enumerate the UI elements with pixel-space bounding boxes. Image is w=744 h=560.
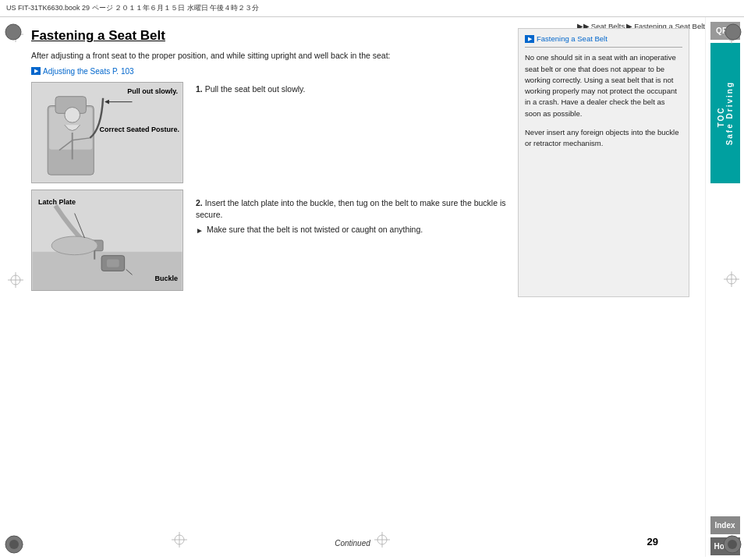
corner-circle-br: [723, 535, 742, 555]
steps-column: 1. Pull the seat belt out slowly. 2. Ins…: [196, 82, 510, 297]
safe-driving-label: Safe Driving: [725, 81, 734, 145]
toc-tab-label: TOC: [717, 89, 725, 145]
index-button[interactable]: Index: [710, 516, 740, 534]
step-2-note: ► Make sure that the belt is not twisted…: [196, 224, 510, 236]
svg-point-24: [51, 236, 97, 255]
info-para-2: Never insert any foreign objects into th…: [525, 127, 682, 150]
corner-circle-tl: [5, 23, 22, 42]
toc-section[interactable]: TOC Safe Driving: [710, 43, 740, 183]
info-title-text: Fastening a Seat Belt: [537, 34, 608, 44]
content-with-panel: Fastening a Seat Belt After adjusting a …: [31, 28, 689, 297]
header-text: US FIT-31TK6630.book 29 ページ ２０１１年６月１５日 水…: [6, 3, 259, 13]
info-icon: ▶: [525, 35, 534, 43]
svg-rect-21: [107, 259, 119, 267]
svg-point-13: [65, 107, 80, 122]
corner-circle-tr: [725, 23, 742, 42]
step-2-note-text: Make sure that the belt is not twisted o…: [207, 224, 423, 236]
step-1-num: 1.: [196, 84, 203, 94]
info-para-1: No one should sit in a seat with an inop…: [525, 52, 682, 119]
continued-text: Continued: [335, 539, 370, 548]
intro-text: After adjusting a front seat to the prop…: [31, 50, 510, 62]
content-area: Fastening a Seat Belt After adjusting a …: [0, 17, 705, 557]
image-column: Pull out slowly. Correct Seated Posture.: [31, 82, 183, 297]
pull-label: Pull out slowly.: [127, 87, 178, 95]
link-icon: ▶: [31, 67, 41, 75]
step-2-text: Insert the latch plate into the buckle, …: [196, 198, 506, 220]
step-1: 1. Pull the seat belt out slowly.: [196, 83, 510, 96]
step-2-num: 2.: [196, 198, 203, 207]
main-body: Fastening a Seat Belt After adjusting a …: [31, 28, 510, 297]
buckle-label: Buckle: [154, 275, 178, 282]
two-col-layout: Pull out slowly. Correct Seated Posture.: [31, 82, 510, 297]
svg-point-46: [9, 540, 19, 549]
page-title: Fastening a Seat Belt: [31, 28, 510, 44]
correct-label: Correct Seated Posture.: [99, 126, 179, 135]
page-number: 29: [647, 536, 658, 548]
info-panel-title: ▶ Fastening a Seat Belt: [525, 34, 682, 48]
svg-point-44: [728, 540, 737, 549]
adjusting-seats-link[interactable]: ▶ Adjusting the Seats P. 103: [31, 67, 510, 76]
sidebar: QRG TOC Safe Driving Index Home: [705, 17, 744, 557]
main-content: Fastening a Seat Belt After adjusting a …: [0, 17, 744, 557]
step-1-text: Pull the seat belt out slowly.: [205, 84, 306, 94]
step-2: 2. Insert the latch plate into the buckl…: [196, 197, 510, 237]
figure-1: Pull out slowly. Correct Seated Posture.: [31, 82, 183, 183]
note-arrow: ►: [196, 225, 204, 236]
header-bar: US FIT-31TK6630.book 29 ページ ２０１１年６月１５日 水…: [0, 0, 744, 17]
link-label: Adjusting the Seats P. 103: [43, 67, 134, 76]
toc-label: TOC Safe Driving: [717, 81, 734, 145]
figure-2: Latch Plate Buckle: [31, 190, 183, 291]
bottom-crosshair-1: [172, 532, 187, 549]
bottom-crosshair-2: [374, 532, 390, 549]
svg-point-47: [5, 24, 21, 40]
info-panel: ▶ Fastening a Seat Belt No one should si…: [518, 28, 689, 297]
svg-point-42: [725, 24, 741, 40]
right-crosshair-mid: [724, 271, 739, 289]
corner-circle-bl: [5, 535, 23, 555]
latch-label: Latch Plate: [38, 198, 76, 207]
